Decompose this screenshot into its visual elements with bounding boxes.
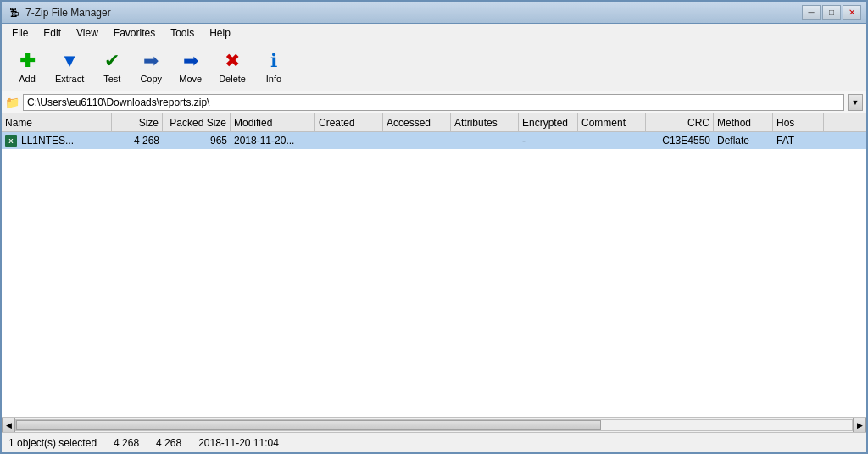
copy-button[interactable]: ➡ Copy — [132, 46, 170, 88]
main-window: 🗜 7-Zip File Manager ─ □ ✕ File Edit Vie… — [0, 0, 868, 454]
menu-file[interactable]: File — [5, 25, 35, 41]
col-header-method[interactable]: Method — [714, 114, 773, 131]
cell-crc: C13E4550 — [646, 132, 714, 149]
scrollbar-thumb[interactable] — [16, 420, 601, 430]
address-folder-icon: 📁 — [5, 96, 19, 109]
col-header-accessed[interactable]: Accessed — [383, 114, 451, 131]
col-header-host[interactable]: Hos — [773, 114, 824, 131]
info-button[interactable]: ℹ Info — [255, 46, 292, 88]
maximize-button[interactable]: □ — [822, 5, 841, 20]
test-icon: ✔ — [104, 50, 120, 72]
col-header-size[interactable]: Size — [112, 114, 163, 131]
col-header-attributes[interactable]: Attributes — [451, 114, 519, 131]
cell-attributes — [451, 132, 519, 149]
cell-comment — [578, 132, 646, 149]
copy-icon: ➡ — [143, 50, 159, 72]
status-bar: 1 object(s) selected 4 268 4 268 2018-11… — [2, 432, 866, 452]
file-list[interactable]: X LL1NTES... 4 268 965 2018-11-20... - C… — [2, 132, 866, 417]
col-header-packed-size[interactable]: Packed Size — [163, 114, 231, 131]
menu-bar: File Edit View Favorites Tools Help — [2, 24, 866, 42]
col-header-modified[interactable]: Modified — [231, 114, 315, 131]
test-button[interactable]: ✔ Test — [93, 46, 131, 88]
table-row[interactable]: X LL1NTES... 4 268 965 2018-11-20... - C… — [2, 132, 866, 149]
scroll-left-button[interactable]: ◀ — [2, 418, 15, 433]
cell-packed-size: 965 — [163, 132, 231, 149]
test-label: Test — [103, 74, 120, 84]
col-header-name[interactable]: Name — [2, 114, 112, 131]
address-bar: 📁 ▼ — [2, 91, 866, 114]
col-header-crc[interactable]: CRC — [646, 114, 714, 131]
cell-encrypted: - — [519, 132, 578, 149]
menu-view[interactable]: View — [70, 25, 105, 41]
add-label: Add — [19, 74, 36, 84]
col-header-encrypted[interactable]: Encrypted — [519, 114, 578, 131]
cell-modified: 2018-11-20... — [231, 132, 315, 149]
menu-help[interactable]: Help — [203, 25, 237, 41]
extract-label: Extract — [55, 74, 84, 84]
cell-name: X LL1NTES... — [2, 132, 112, 149]
status-selection: 1 object(s) selected — [8, 437, 97, 449]
cell-accessed — [383, 132, 451, 149]
extract-button[interactable]: ▼ Extract — [47, 46, 92, 88]
add-button[interactable]: ✚ Add — [8, 46, 46, 88]
copy-label: Copy — [140, 74, 162, 84]
minimize-button[interactable]: ─ — [802, 5, 821, 20]
address-dropdown-button[interactable]: ▼ — [848, 94, 863, 111]
menu-tools[interactable]: Tools — [164, 25, 201, 41]
close-button[interactable]: ✕ — [843, 5, 861, 20]
menu-edit[interactable]: Edit — [36, 25, 68, 41]
menu-favorites[interactable]: Favorites — [107, 25, 162, 41]
move-button[interactable]: ➡ Move — [171, 46, 209, 88]
scroll-right-button[interactable]: ▶ — [853, 418, 866, 433]
cell-size: 4 268 — [112, 132, 163, 149]
title-bar-controls: ─ □ ✕ — [802, 5, 861, 20]
add-icon: ✚ — [19, 50, 35, 72]
column-headers: Name Size Packed Size Modified Created A… — [2, 114, 866, 132]
info-icon: ℹ — [270, 50, 277, 72]
col-header-comment[interactable]: Comment — [578, 114, 646, 131]
info-label: Info — [266, 74, 281, 84]
app-icon: 🗜 — [7, 6, 20, 19]
excel-icon: X — [5, 135, 19, 147]
scrollbar-track[interactable] — [15, 419, 853, 431]
title-bar: 🗜 7-Zip File Manager ─ □ ✕ — [2, 2, 866, 24]
status-size: 4 268 — [114, 437, 139, 449]
toolbar: ✚ Add ▼ Extract ✔ Test ➡ Copy ➡ Move ✖ D… — [2, 42, 866, 91]
title-bar-left: 🗜 7-Zip File Manager — [7, 6, 111, 19]
delete-button[interactable]: ✖ Delete — [211, 46, 253, 88]
extract-icon: ▼ — [60, 50, 79, 72]
file-pane: Name Size Packed Size Modified Created A… — [2, 114, 866, 432]
cell-host: FAT — [773, 132, 824, 149]
horizontal-scrollbar[interactable]: ◀ ▶ — [2, 417, 866, 432]
col-header-created[interactable]: Created — [315, 114, 383, 131]
address-input[interactable] — [23, 94, 844, 111]
status-packed-size: 4 268 — [156, 437, 181, 449]
cell-method: Deflate — [714, 132, 773, 149]
file-name: LL1NTES... — [21, 135, 74, 147]
cell-created — [315, 132, 383, 149]
move-label: Move — [179, 74, 202, 84]
status-date: 2018-11-20 11:04 — [198, 437, 279, 449]
delete-label: Delete — [219, 74, 246, 84]
move-icon: ➡ — [183, 50, 198, 72]
delete-icon: ✖ — [225, 50, 240, 72]
window-title: 7-Zip File Manager — [25, 7, 111, 19]
